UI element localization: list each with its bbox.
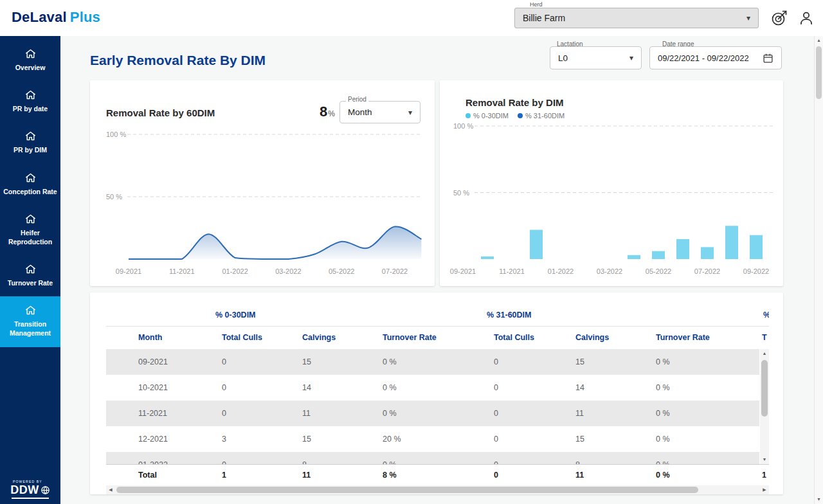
scroll-left-arrow[interactable]: ◀ [106, 485, 115, 494]
sidebar-item-heifer-reproduction[interactable]: Heifer Reproduction [0, 205, 60, 255]
sidebar-item-label: Overview [15, 63, 46, 72]
svg-text:09-2021: 09-2021 [450, 267, 476, 275]
vertical-scroll-thumb[interactable] [761, 360, 768, 417]
table-cell: 8 [575, 452, 580, 464]
scroll-right-arrow[interactable]: ▶ [760, 485, 769, 494]
app-window: DeLavalPlus Herd Billie Farm ▾ OverviewP… [0, 0, 823, 504]
user-profile-button[interactable] [796, 8, 817, 28]
svg-text:03-2022: 03-2022 [597, 267, 622, 275]
table-cell: 0 [494, 375, 498, 401]
removal-rate-dim-chart: 100 %50 %09-202111-202101-202203-202205-… [440, 122, 783, 280]
table-total-cell: 1 [222, 465, 226, 485]
lactation-select[interactable]: L0 ▾ [550, 46, 642, 69]
sidebar-item-pr-by-date[interactable]: PR by date [0, 81, 60, 122]
home-icon [25, 173, 36, 183]
bar-chart-legend: % 0-30DIM% 31-60DIM [466, 112, 565, 120]
svg-text:07-2022: 07-2022 [382, 267, 408, 275]
table-cell: 0 % [656, 452, 670, 464]
table-cell: 0 [494, 426, 498, 452]
table-row: 10-20210140 %0140 % [106, 375, 759, 401]
table-cell: 8 [302, 452, 307, 464]
period-select[interactable]: Month ▾ [339, 101, 421, 123]
sidebar-item-conception-rate[interactable]: Conception Rate [0, 164, 60, 205]
table-column-header: Total Culls [494, 326, 534, 349]
scroll-down-arrow[interactable]: ▼ [760, 455, 769, 464]
table-cell: 10-2021 [138, 375, 168, 401]
table-group-header: % [763, 304, 769, 326]
sidebar-item-label: Transition Management [2, 320, 59, 338]
table-cell: 0 % [656, 349, 670, 375]
svg-text:100 %: 100 % [106, 130, 126, 138]
table-group-header-row: % 0-30DIM% 31-60DIM% [106, 304, 769, 326]
table-cell: 0 % [656, 375, 670, 401]
table-cell: 11 [302, 401, 311, 426]
table-column-header: Turnover Rate [383, 326, 437, 349]
svg-text:11-2021: 11-2021 [169, 267, 195, 275]
table-cell: 14 [302, 375, 311, 401]
sidebar-item-pr-by-dim[interactable]: PR by DIM [0, 122, 60, 163]
svg-text:07-2022: 07-2022 [694, 267, 720, 275]
sidebar-item-label: PR by DIM [14, 145, 47, 154]
target-button[interactable] [769, 8, 790, 28]
kpi-unit: % [328, 109, 335, 118]
legend-item: % 31-60DIM [518, 112, 565, 120]
table-cell: 0 [494, 452, 498, 464]
svg-text:09-2022: 09-2022 [743, 267, 769, 275]
legend-dot-icon [466, 113, 471, 118]
table-cell: 11 [575, 401, 584, 426]
kpi-value: 8 [320, 104, 327, 120]
table-total-cell: 0 % [656, 465, 670, 485]
table-horizontal-scrollbar[interactable]: ◀ ▶ [106, 485, 769, 494]
sidebar-item-transition-management[interactable]: Transition Management [0, 296, 60, 346]
removal-rate-table-card: % 0-30DIM% 31-60DIM% MonthTotal CullsCal… [90, 292, 783, 494]
scroll-up-arrow[interactable]: ▲ [760, 349, 769, 358]
legend-label: % 31-60DIM [525, 112, 565, 120]
table-cell: 0 % [383, 349, 397, 375]
herd-select-label: Herd [530, 1, 543, 8]
page-scroll-up-arrow[interactable]: ▲ [815, 36, 823, 45]
logo-plus: Plus [70, 9, 100, 25]
sidebar-item-turnover-rate[interactable]: Turnover Rate [0, 255, 60, 296]
table-total-cell: 1 [762, 465, 766, 485]
sidebar-item-label: PR by date [13, 104, 48, 113]
page-scroll-down-arrow[interactable]: ▼ [815, 495, 823, 504]
svg-text:50 %: 50 % [106, 193, 122, 201]
logo-delaval: DeLaval [12, 9, 67, 25]
table-cell: 3 [222, 426, 226, 452]
table-column-header: Turnover Rate [656, 326, 710, 349]
table-vertical-scrollbar[interactable]: ▲ ▼ [760, 349, 769, 464]
sidebar-item-label: Turnover Rate [8, 278, 53, 287]
table-total-cell: 11 [302, 465, 311, 485]
page-scroll-thumb[interactable] [816, 46, 822, 99]
table-total-cell: 0 [494, 465, 498, 485]
chevron-down-icon: ▾ [746, 14, 750, 22]
table-cell: 0 % [383, 401, 397, 426]
legend-dot-icon [518, 113, 523, 118]
date-range-value: 09/22/2021 - 09/22/2022 [658, 53, 749, 63]
line-chart-title: Removal Rate by 60DIM [106, 107, 215, 118]
home-icon [25, 49, 36, 59]
table-cell: 0 [222, 375, 226, 401]
table-cell: 0 [222, 401, 226, 426]
home-icon [25, 131, 36, 141]
lactation-value: L0 [558, 53, 568, 63]
svg-text:09-2021: 09-2021 [116, 267, 141, 275]
date-range-picker[interactable]: 09/22/2021 - 09/22/2022 [649, 46, 782, 69]
table-total-cell: 11 [575, 465, 584, 485]
horizontal-scroll-thumb[interactable] [116, 487, 698, 493]
table-cell: 15 [575, 349, 584, 375]
table-cell: 0 % [383, 452, 397, 464]
table-total-cell: Total [138, 465, 157, 485]
table-cell: 14 [575, 375, 584, 401]
table-cell: 11-2021 [138, 401, 167, 426]
period-label: Period [346, 96, 368, 103]
herd-select[interactable]: Billie Farm ▾ [514, 8, 759, 28]
sidebar-item-overview[interactable]: Overview [0, 40, 60, 81]
target-icon [770, 9, 788, 27]
legend-label: % 0-30DIM [473, 112, 509, 120]
home-icon [25, 90, 36, 100]
page-title: Early Removal Rate By DIM [90, 53, 266, 68]
herd-select-value: Billie Farm [523, 13, 565, 23]
table-total-cell: 8 % [383, 465, 397, 485]
page-vertical-scrollbar[interactable]: ▲ ▼ [814, 36, 823, 504]
